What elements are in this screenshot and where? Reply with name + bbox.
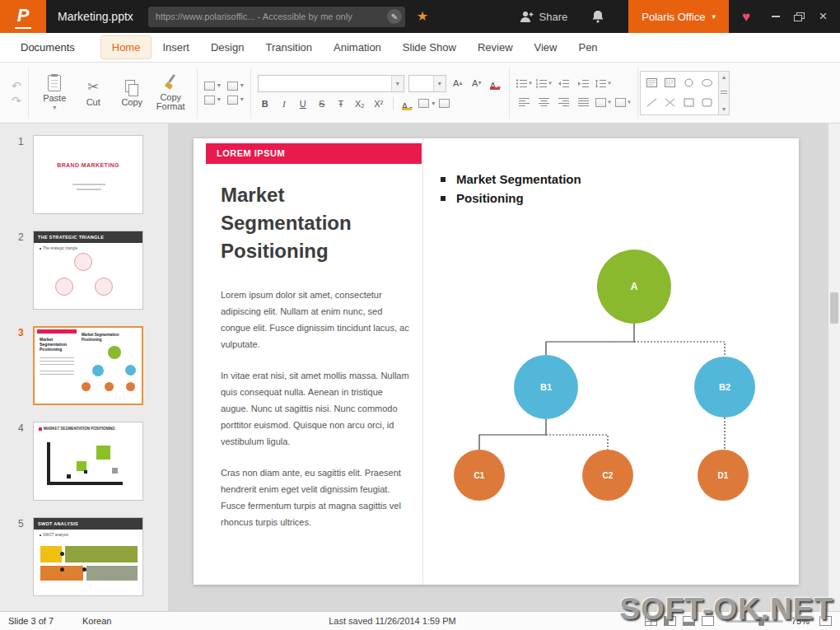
zoom-slider-thumb[interactable] bbox=[758, 617, 764, 626]
close-button[interactable]: × bbox=[811, 0, 835, 33]
gallery-scroll-up-icon[interactable]: ▴ bbox=[722, 73, 726, 81]
circle-shape[interactable] bbox=[684, 76, 694, 91]
slide-paragraph[interactable]: Cras non diam ante, eu sagittis elit. Pr… bbox=[221, 464, 412, 530]
tab-transition[interactable]: Transition bbox=[254, 36, 323, 58]
decrease-indent-button[interactable] bbox=[556, 76, 572, 91]
fit-to-window-icon[interactable] bbox=[819, 616, 832, 626]
zoom-slider[interactable] bbox=[726, 620, 783, 623]
restore-button[interactable] bbox=[787, 0, 811, 33]
tab-home[interactable]: Home bbox=[100, 35, 152, 59]
notes-view-icon[interactable] bbox=[683, 616, 695, 626]
character-spacing-button[interactable]: ▾ bbox=[418, 99, 435, 108]
paste-button[interactable]: Paste ▾ bbox=[35, 75, 74, 110]
slide-bullet-list[interactable]: Market Segmentation Positioning bbox=[441, 170, 581, 208]
reading-view-icon[interactable] bbox=[702, 616, 714, 626]
crossed-lines-shape[interactable] bbox=[665, 96, 675, 110]
copy-format-button[interactable]: Copy Format bbox=[152, 74, 190, 111]
slide-editor-area[interactable]: LOREM IPSUM Market Segmentation Position… bbox=[169, 124, 828, 611]
section-button[interactable]: ▾ bbox=[227, 96, 244, 105]
increase-indent-button[interactable] bbox=[576, 76, 591, 91]
align-left-button[interactable] bbox=[516, 95, 532, 110]
heart-icon[interactable]: ♥ bbox=[742, 10, 750, 24]
share-button[interactable]: Share bbox=[520, 11, 568, 23]
polaris-logo[interactable]: P bbox=[0, 0, 46, 33]
tab-animation[interactable]: Animation bbox=[323, 36, 392, 58]
rounded-rectangle-shape[interactable] bbox=[702, 96, 712, 110]
redo-button[interactable]: ↷ bbox=[12, 95, 21, 106]
line-spacing-button[interactable]: ▾ bbox=[595, 76, 611, 91]
slide-banner[interactable]: LOREM IPSUM bbox=[206, 143, 422, 164]
tab-review[interactable]: Review bbox=[467, 36, 524, 58]
vertical-scrollbar[interactable] bbox=[828, 124, 840, 611]
vertical-text-box-shape[interactable] bbox=[665, 76, 675, 91]
double-strikethrough-button[interactable]: Ŧ bbox=[334, 96, 348, 111]
subscript-button[interactable]: X₂ bbox=[352, 96, 367, 111]
undo-button[interactable]: ↶ bbox=[12, 80, 21, 91]
strikethrough-button[interactable]: S bbox=[315, 96, 329, 111]
org-node-b1[interactable]: B1 bbox=[514, 355, 578, 419]
tab-documents[interactable]: Documents bbox=[10, 36, 86, 58]
org-node-b2[interactable]: B2 bbox=[694, 357, 755, 418]
org-node-c2[interactable]: C2 bbox=[582, 450, 633, 501]
font-color-button[interactable]: A▾ bbox=[488, 76, 502, 91]
slide-thumbnail-3-selected[interactable]: Market Segmentation Positioning Market S… bbox=[33, 326, 143, 405]
bullet-list-button[interactable]: ▾ bbox=[516, 76, 532, 91]
align-center-button[interactable] bbox=[536, 95, 552, 110]
text-direction-button[interactable]: ▾ bbox=[615, 95, 631, 110]
account-menu-button[interactable]: Polaris Office ▾ bbox=[628, 0, 729, 33]
tab-design[interactable]: Design bbox=[200, 36, 254, 58]
ellipse-shape[interactable] bbox=[702, 76, 712, 91]
tab-insert[interactable]: Insert bbox=[152, 36, 200, 58]
scrollbar-thumb[interactable] bbox=[830, 292, 838, 324]
slide-canvas[interactable]: LOREM IPSUM Market Segmentation Position… bbox=[194, 138, 799, 585]
gallery-scroll-down-icon[interactable]: ▾ bbox=[722, 105, 726, 113]
italic-button[interactable]: I bbox=[277, 96, 292, 111]
line-shape[interactable] bbox=[646, 96, 657, 110]
text-box-shape[interactable] bbox=[646, 76, 657, 91]
clear-formatting-button[interactable] bbox=[439, 99, 450, 108]
org-node-c1[interactable]: C1 bbox=[454, 450, 505, 501]
slide-paragraph[interactable]: Lorem ipsum dolor sit amet, consectetur … bbox=[221, 287, 412, 352]
edit-link-icon[interactable]: ✎ bbox=[387, 9, 402, 24]
favorite-star-icon[interactable]: ★ bbox=[417, 10, 428, 23]
share-url-bar[interactable]: https://www.polarisoffic... - Accessible… bbox=[148, 7, 405, 27]
bold-button[interactable]: B bbox=[258, 96, 273, 111]
bullet-item[interactable]: Market Segmentation bbox=[441, 170, 581, 189]
slide-layout-button[interactable]: ▾ bbox=[227, 82, 244, 91]
font-family-select[interactable]: ▾ bbox=[258, 75, 404, 92]
shrink-font-button[interactable]: A▾ bbox=[469, 76, 484, 91]
slide-thumbnail-5[interactable]: SWOT ANALYSIS SWOT analysis bbox=[33, 517, 143, 596]
slide-body-text[interactable]: Lorem ipsum dolor sit amet, consectetur … bbox=[221, 287, 412, 545]
text-highlight-button[interactable]: A▾ bbox=[400, 96, 414, 111]
normal-view-icon[interactable] bbox=[664, 616, 676, 626]
align-right-button[interactable] bbox=[556, 95, 572, 110]
minimize-button[interactable] bbox=[763, 0, 787, 33]
slide-thumbnail-2[interactable]: THE STRATEGIC TRIANGLE The strategic tri… bbox=[33, 231, 143, 310]
bullet-item[interactable]: Positioning bbox=[441, 189, 581, 208]
notifications-bell-icon[interactable] bbox=[592, 10, 604, 23]
slide-thumbnail-4[interactable]: MARKET SEGMENTATION POSITIONING bbox=[33, 422, 143, 501]
vertical-align-button[interactable]: ▾ bbox=[595, 95, 611, 110]
reset-slide-button[interactable]: ▾ bbox=[204, 96, 221, 105]
slide-sorter-view-icon[interactable] bbox=[645, 616, 657, 626]
new-slide-button[interactable]: ▾ bbox=[204, 82, 221, 91]
slide-thumbnail-1[interactable]: BRAND MARKETING bbox=[33, 135, 143, 214]
rectangle-shape[interactable] bbox=[684, 96, 694, 110]
superscript-button[interactable]: X² bbox=[371, 96, 386, 111]
underline-button[interactable]: U bbox=[296, 96, 310, 111]
tab-pen[interactable]: Pen bbox=[567, 36, 608, 58]
org-node-d1[interactable]: D1 bbox=[698, 450, 749, 501]
language-indicator[interactable]: Korean bbox=[82, 616, 140, 626]
grow-font-button[interactable]: A▴ bbox=[450, 76, 465, 91]
justify-button[interactable] bbox=[576, 95, 591, 110]
gallery-expand-icon[interactable] bbox=[721, 91, 727, 96]
numbered-list-button[interactable]: ▾ bbox=[536, 76, 552, 91]
font-size-select[interactable]: ▾ bbox=[408, 75, 446, 92]
slide-title[interactable]: Market Segmentation Positioning bbox=[221, 181, 385, 265]
org-node-a[interactable]: A bbox=[597, 250, 671, 324]
tab-view[interactable]: View bbox=[524, 36, 568, 58]
chevron-down-icon[interactable]: ▾ bbox=[391, 76, 404, 91]
tab-slide-show[interactable]: Slide Show bbox=[392, 36, 467, 58]
chevron-down-icon[interactable]: ▾ bbox=[433, 76, 446, 91]
copy-button[interactable]: Copy bbox=[113, 79, 152, 107]
